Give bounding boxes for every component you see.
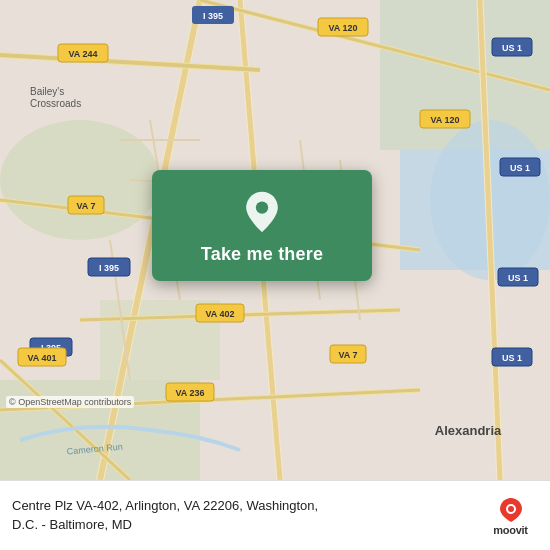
svg-text:VA 7: VA 7: [338, 350, 357, 360]
svg-text:US 1: US 1: [510, 163, 530, 173]
svg-text:VA 120: VA 120: [430, 115, 459, 125]
svg-text:Bailey's: Bailey's: [30, 86, 64, 97]
svg-text:I 395: I 395: [203, 11, 223, 21]
svg-text:VA 236: VA 236: [175, 388, 204, 398]
moovit-text: moovit: [493, 524, 527, 536]
address-line2: D.C. - Baltimore, MD: [12, 517, 132, 532]
address-line1: Centre Plz VA-402, Arlington, VA 22206, …: [12, 498, 318, 513]
bottom-bar: Centre Plz VA-402, Arlington, VA 22206, …: [0, 480, 550, 550]
svg-text:VA 401: VA 401: [27, 353, 56, 363]
cta-card[interactable]: Take me there: [152, 170, 372, 281]
cta-label: Take me there: [201, 244, 323, 265]
svg-text:Crossroads: Crossroads: [30, 98, 81, 109]
attribution-text: © OpenStreetMap contributors: [9, 397, 131, 407]
svg-text:VA 120: VA 120: [328, 23, 357, 33]
address-info: Centre Plz VA-402, Arlington, VA 22206, …: [12, 497, 473, 535]
svg-point-66: [256, 201, 268, 213]
map-container: VA 244 VA 120 VA 120 I 395 I 395 I 395 V…: [0, 0, 550, 480]
svg-text:US 1: US 1: [508, 273, 528, 283]
moovit-logo: moovit: [483, 496, 538, 536]
svg-text:VA 244: VA 244: [68, 49, 97, 59]
svg-text:Alexandria: Alexandria: [435, 423, 502, 438]
svg-text:US 1: US 1: [502, 353, 522, 363]
moovit-icon: [497, 496, 525, 522]
svg-line-11: [0, 55, 260, 70]
svg-text:VA 402: VA 402: [205, 309, 234, 319]
svg-text:VA 7: VA 7: [76, 201, 95, 211]
svg-text:US 1: US 1: [502, 43, 522, 53]
map-attribution: © OpenStreetMap contributors: [6, 396, 134, 408]
svg-text:I 395: I 395: [99, 263, 119, 273]
location-pin-icon: [240, 190, 284, 234]
address-text: Centre Plz VA-402, Arlington, VA 22206, …: [12, 497, 473, 535]
svg-point-68: [508, 506, 514, 512]
